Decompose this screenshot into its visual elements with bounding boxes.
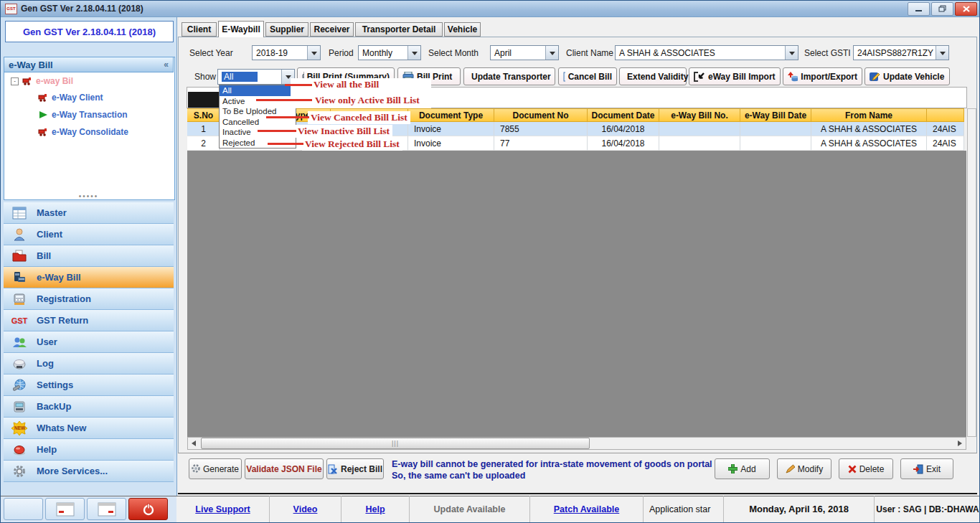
chevron-down-icon[interactable]	[785, 46, 798, 60]
help-link[interactable]: Help	[341, 496, 410, 522]
button-label: Exit	[926, 464, 941, 474]
reject-bill-button[interactable]: Reject Bill	[326, 458, 384, 479]
collapse-left-panel-button[interactable]	[45, 498, 85, 520]
video-link[interactable]: Video	[270, 496, 341, 522]
link-label: Patch Available	[554, 504, 619, 514]
delete-button[interactable]: Delete	[839, 458, 893, 479]
client-icon	[11, 228, 28, 241]
restore-button[interactable]	[931, 2, 953, 16]
close-button[interactable]	[955, 2, 977, 16]
update-vehicle-button[interactable]: Update Vehicle	[864, 67, 950, 85]
tree-item-eway-client[interactable]: e-Way Client	[38, 93, 103, 103]
minimize-button[interactable]	[908, 2, 930, 16]
panel-right-icon	[98, 502, 116, 517]
gst-return-icon: GST	[11, 316, 28, 325]
reject-icon	[328, 464, 338, 474]
tab-label: Supplier	[270, 24, 304, 34]
sidebar-item-backup[interactable]: BackUp	[4, 396, 174, 418]
generate-button[interactable]: Generate	[189, 458, 242, 479]
tree-item-eway-consolidate[interactable]: e-Way Consolidate	[38, 127, 128, 137]
tree-root-eway-bill[interactable]: - e-way Bil	[11, 76, 73, 86]
scrollbar-thumb[interactable]: |||	[201, 438, 590, 449]
tab-supplier[interactable]: Supplier	[265, 22, 308, 37]
button-label: eWay Bill Import	[708, 72, 776, 82]
update-transporter-button[interactable]: Update Transporter	[463, 67, 555, 85]
scroll-right-icon[interactable]	[954, 438, 966, 449]
column-header: e-Way Bill Date	[740, 108, 811, 122]
select-month-dropdown[interactable]: April	[490, 45, 559, 60]
select-gstin-dropdown[interactable]: 24AISPS8827R1ZY	[853, 45, 949, 60]
dropdown-option-inactive[interactable]: Inactive	[220, 127, 296, 138]
annotation-line	[266, 116, 309, 118]
eway-bill-import-button[interactable]: eWay Bill Import	[689, 67, 781, 85]
eway-bill-panel-header[interactable]: e-Way Bill «	[4, 57, 174, 72]
tab-client[interactable]: Client	[182, 22, 217, 37]
status-date: Monday, April 16, 2018	[724, 496, 875, 522]
plus-icon	[728, 464, 738, 473]
exit-button[interactable]: Exit	[900, 458, 953, 479]
sidebar-item-eway-bill[interactable]: e-Way Bill	[4, 267, 174, 288]
button-label: Cancel Bill	[568, 72, 612, 82]
button-label: Update Transporter	[471, 72, 551, 82]
tab-label: Vehicle	[448, 24, 477, 34]
cell-document-no: 77	[494, 136, 588, 151]
select-gstin-label: Select GSTI	[804, 48, 851, 58]
collapse-right-panel-button[interactable]	[87, 498, 126, 520]
sidebar-item-label: BackUp	[37, 401, 71, 412]
sidebar-item-client[interactable]: Client	[4, 224, 174, 245]
scroll-left-icon[interactable]	[188, 438, 199, 449]
sidebar-item-more-services[interactable]: More Services...	[4, 461, 174, 482]
period-dropdown[interactable]: Monthly	[358, 45, 421, 60]
tab-e-waybill[interactable]: E-Waybill	[218, 21, 264, 37]
client-name-dropdown[interactable]: A SHAH & ASSOCIATES	[615, 45, 798, 60]
sidebar-item-log[interactable]: Log	[4, 353, 174, 374]
link-label: Help	[365, 504, 385, 514]
tree-collapse-icon[interactable]: -	[11, 77, 19, 85]
sidebar-splitter[interactable]: •••••	[1, 192, 176, 200]
live-support-link[interactable]: Live Support	[176, 496, 270, 522]
sidebar-item-bill[interactable]: Bill	[4, 245, 174, 267]
chevron-down-icon[interactable]	[407, 46, 420, 60]
column-header	[927, 108, 964, 122]
sidebar-item-settings[interactable]: Settings	[4, 374, 174, 396]
tab-vehicle[interactable]: Vehicle	[444, 22, 481, 37]
add-button[interactable]: Add	[715, 458, 770, 479]
button-label: Update Vehicle	[883, 72, 944, 82]
sidebar-item-user[interactable]: User	[4, 331, 174, 353]
tab-receiver[interactable]: Receiver	[310, 22, 354, 37]
sidebar-item-master[interactable]: Master	[4, 202, 174, 224]
cancel-bill-button[interactable]: Cancel Bill	[558, 67, 617, 85]
vertical-scrollbar[interactable]	[967, 108, 976, 437]
tab-transporter-detail[interactable]: Transporter Detail	[355, 22, 443, 37]
status-label: Application star	[649, 504, 710, 514]
sidebar-item-gst-return[interactable]: GST GST Return	[4, 310, 174, 331]
sidebar-item-whats-new[interactable]: NEW Whats New	[4, 418, 174, 439]
extend-validity-button[interactable]: Extend Validity	[619, 67, 687, 85]
select-year-dropdown[interactable]: 2018-19	[252, 45, 321, 60]
dropdown-option-to-be-uploded[interactable]: To Be Uploded	[220, 106, 296, 117]
chevron-down-icon[interactable]	[307, 46, 320, 60]
import-arrow-icon	[694, 72, 705, 82]
horizontal-scrollbar[interactable]: |||	[187, 437, 966, 450]
status-label: Update Available	[434, 504, 506, 514]
sidebar-item-registration[interactable]: Registration	[4, 288, 174, 310]
chevron-down-icon[interactable]	[545, 46, 558, 60]
registration-icon	[11, 293, 28, 306]
import-export-button[interactable]: Import/Export	[783, 67, 862, 85]
collapse-panel-icon[interactable]: «	[164, 60, 169, 70]
tab-label: Client	[187, 24, 211, 34]
show-dropdown[interactable]: All	[217, 69, 295, 85]
modify-button[interactable]: Modify	[777, 458, 831, 479]
power-off-button[interactable]	[128, 498, 168, 520]
show-value: All	[222, 72, 258, 82]
user-db-label: : User : SAG | DB:-DHAWAL	[875, 504, 980, 514]
dropdown-option-all[interactable]: All	[220, 85, 296, 96]
patch-available-link[interactable]: Patch Available	[530, 496, 644, 522]
chevron-down-icon[interactable]	[936, 46, 948, 60]
footer-blank-button[interactable]	[4, 498, 43, 520]
sidebar-item-help[interactable]: Help	[4, 439, 174, 461]
cell-document-date: 16/04/2018	[588, 122, 659, 136]
sidebar-version-header: Gen GST Ver 2.18.04.11 (2018)	[5, 21, 174, 42]
validate-json-button[interactable]: Validate JSON File	[245, 458, 324, 479]
tree-item-eway-transaction[interactable]: e-Way Transaction	[38, 110, 128, 120]
